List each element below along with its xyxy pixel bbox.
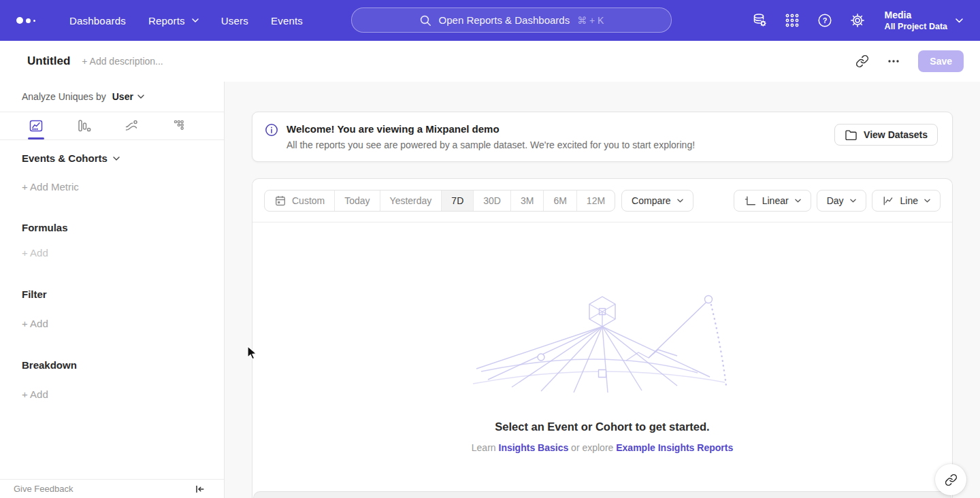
insights-basics-link[interactable]: Insights Basics: [499, 442, 569, 453]
global-search-input[interactable]: Open Reports & Dashboards ⌘ + K: [351, 7, 672, 33]
view-datasets-label: View Datasets: [864, 129, 928, 140]
date-range-today[interactable]: Today: [334, 190, 379, 211]
nav-item-dashboards[interactable]: Dashboards: [69, 15, 126, 27]
view-datasets-button[interactable]: View Datasets: [834, 124, 938, 146]
share-link-fab[interactable]: [935, 464, 966, 495]
date-range-6m[interactable]: 6M: [543, 190, 576, 211]
give-feedback-link[interactable]: Give Feedback: [14, 484, 73, 494]
nav-item-label: Dashboards: [69, 15, 126, 27]
main-content: Welcome! You are viewing a Mixpanel demo…: [225, 82, 980, 498]
report-title[interactable]: Untitled: [27, 54, 70, 68]
search-shortcut: ⌘ + K: [577, 15, 604, 26]
search-icon: [419, 14, 431, 27]
add-filter-button[interactable]: + Add: [22, 318, 224, 329]
interval-label: Day: [827, 195, 844, 206]
chart-type-label: Line: [900, 195, 918, 206]
help-icon[interactable]: ?: [817, 12, 833, 29]
date-range-label: Today: [344, 195, 370, 206]
nav-item-reports[interactable]: Reports: [148, 15, 199, 27]
add-description-field[interactable]: + Add description...: [82, 56, 163, 67]
next-section-peek: [253, 491, 951, 498]
or-explore-text: or explore: [571, 442, 613, 453]
events-cohorts-section[interactable]: Events & Cohorts: [22, 152, 224, 164]
add-metric-button[interactable]: + Add Metric: [22, 181, 224, 193]
nav-item-label: Users: [221, 15, 248, 27]
report-header: Untitled + Add description... Save: [0, 41, 980, 82]
analyze-row: Analyze Uniques by User: [0, 82, 224, 112]
date-range-label: 7D: [451, 195, 463, 206]
empty-state-title: Select an Event or Cohort to get started…: [495, 420, 709, 433]
nav-item-events[interactable]: Events: [271, 15, 303, 27]
line-chart-icon: [882, 195, 894, 207]
sidebar-footer: Give Feedback: [0, 479, 224, 498]
empty-state-illustration: [473, 290, 732, 393]
analyze-label: Analyze Uniques by: [22, 91, 106, 102]
welcome-banner: Welcome! You are viewing a Mixpanel demo…: [252, 112, 953, 162]
formulas-section-title: Formulas: [22, 222, 224, 233]
date-range-label: 3M: [521, 195, 534, 206]
project-scope: All Project Data: [885, 21, 947, 32]
data-management-icon[interactable]: [751, 12, 768, 29]
primary-nav: Dashboards Reports Users Events: [69, 15, 303, 27]
date-range-label: 12M: [587, 195, 605, 206]
folder-icon: [845, 129, 858, 142]
date-range-7d[interactable]: 7D: [441, 190, 473, 211]
chart-type-dropdown[interactable]: Line: [872, 190, 941, 212]
svg-text:?: ?: [822, 16, 827, 24]
analyze-by-dropdown[interactable]: User: [112, 91, 144, 102]
report-type-tabs: [0, 112, 224, 140]
calendar-icon: [274, 195, 287, 207]
settings-gear-icon[interactable]: [849, 12, 866, 29]
add-breakdown-button[interactable]: + Add: [22, 388, 224, 400]
example-reports-link[interactable]: Example Insights Reports: [616, 442, 733, 453]
mixpanel-logo-icon[interactable]: [16, 17, 48, 24]
nav-item-label: Events: [271, 15, 303, 27]
scale-dropdown[interactable]: Linear: [734, 190, 811, 212]
tab-funnels[interactable]: [68, 118, 99, 139]
tab-flows[interactable]: [116, 118, 147, 139]
nav-item-users[interactable]: Users: [221, 15, 248, 27]
funnels-bars-icon: [76, 118, 91, 133]
scale-label: Linear: [762, 195, 789, 206]
chevron-down-icon: [795, 199, 801, 203]
add-formula-button[interactable]: + Add: [22, 247, 224, 259]
interval-dropdown[interactable]: Day: [817, 190, 866, 212]
apps-grid-icon[interactable]: [784, 12, 800, 29]
date-range-custom[interactable]: Custom: [265, 190, 334, 211]
learn-text: Learn: [472, 442, 496, 453]
copy-link-icon[interactable]: [855, 54, 869, 68]
chevron-down-icon: [850, 199, 856, 203]
empty-state-links: Learn Insights Basics or explore Example…: [472, 442, 733, 453]
compare-label: Compare: [632, 195, 671, 206]
tab-retention[interactable]: [163, 118, 195, 139]
top-nav-right: ? Media All Project Data: [751, 0, 963, 41]
section-title: Events & Cohorts: [22, 152, 108, 164]
insights-report-card: Custom Today Yesterday 7D 30D 3M 6M 12M …: [252, 178, 953, 498]
query-builder-sidebar: Analyze Uniques by User: [0, 82, 225, 498]
save-button[interactable]: Save: [918, 50, 964, 72]
date-range-3m[interactable]: 3M: [510, 190, 543, 211]
chart-controls-row: Custom Today Yesterday 7D 30D 3M 6M 12M …: [252, 179, 952, 222]
collapse-sidebar-icon[interactable]: [194, 484, 205, 495]
date-range-12m[interactable]: 12M: [576, 190, 615, 211]
compare-dropdown[interactable]: Compare: [621, 190, 693, 212]
project-selector[interactable]: Media All Project Data: [885, 10, 963, 32]
more-options-icon[interactable]: [887, 54, 900, 68]
info-icon: [265, 123, 278, 137]
chevron-down-icon: [956, 18, 963, 23]
search-placeholder: Open Reports & Dashboards: [439, 14, 570, 26]
date-range-30d[interactable]: 30D: [473, 190, 510, 211]
top-nav: Dashboards Reports Users Events Open Rep…: [0, 0, 980, 41]
banner-title: Welcome! You are viewing a Mixpanel demo: [287, 123, 695, 135]
empty-state: Select an Event or Cohort to get started…: [252, 222, 952, 453]
welcome-banner-text: Welcome! You are viewing a Mixpanel demo…: [287, 123, 695, 150]
chart-display-controls: Linear Day Line: [734, 190, 941, 212]
retention-dots-icon: [172, 118, 186, 133]
tab-insights[interactable]: [20, 118, 52, 139]
report-header-actions: Save: [855, 50, 964, 72]
chevron-down-icon: [113, 156, 120, 161]
chevron-down-icon: [137, 95, 144, 99]
nav-item-label: Reports: [148, 15, 185, 27]
date-range-yesterday[interactable]: Yesterday: [380, 190, 442, 211]
linear-axis-icon: [744, 195, 756, 207]
